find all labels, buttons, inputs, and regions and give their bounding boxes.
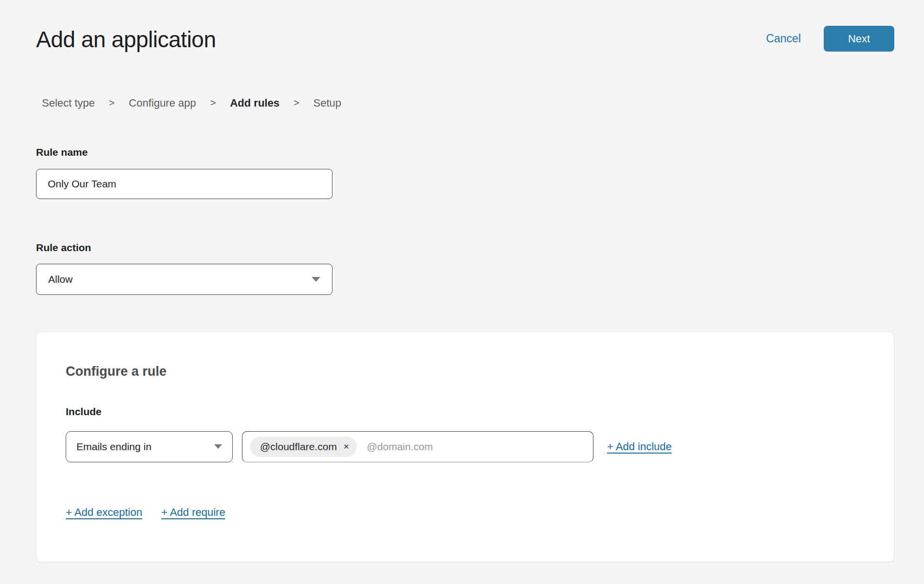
include-selector-value: Emails ending in: [76, 441, 151, 453]
add-application-page: Add an application Cancel Next Select ty…: [0, 0, 924, 584]
chevron-down-icon: [214, 444, 222, 449]
cancel-button[interactable]: Cancel: [766, 32, 801, 45]
breadcrumb-step-add-rules[interactable]: Add rules: [230, 97, 279, 110]
breadcrumb-step-select-type[interactable]: Select type: [42, 97, 95, 110]
breadcrumb-separator: >: [109, 97, 115, 109]
add-include-link[interactable]: + Add include: [607, 440, 672, 453]
rule-name-input[interactable]: [36, 169, 333, 199]
rule-card-title: Configure a rule: [66, 364, 865, 379]
remove-tag-icon[interactable]: ✕: [343, 443, 350, 450]
breadcrumb-step-configure-app[interactable]: Configure app: [129, 97, 196, 110]
next-button[interactable]: Next: [824, 26, 894, 52]
rule-card-actions: + Add exception + Add require: [66, 506, 865, 519]
configure-rule-card: Configure a rule Include Emails ending i…: [36, 331, 894, 562]
email-domain-input[interactable]: [367, 441, 586, 453]
add-exception-link[interactable]: + Add exception: [66, 506, 142, 519]
rule-name-label: Rule name: [36, 146, 894, 158]
include-label: Include: [66, 406, 865, 418]
page-header: Add an application Cancel Next: [36, 25, 894, 52]
breadcrumb-separator: >: [210, 97, 216, 109]
chevron-down-icon: [312, 277, 320, 282]
breadcrumb: Select type > Configure app > Add rules …: [42, 97, 894, 110]
breadcrumb-step-setup[interactable]: Setup: [314, 97, 342, 110]
rule-action-value: Allow: [48, 274, 73, 285]
include-rule-row: Emails ending in @cloudflare.com ✕ + Add…: [66, 431, 865, 462]
rule-action-label: Rule action: [36, 242, 894, 254]
include-selector-select[interactable]: Emails ending in: [66, 431, 233, 462]
breadcrumb-separator: >: [294, 97, 299, 109]
rule-action-select[interactable]: Allow: [36, 264, 333, 295]
add-require-link[interactable]: + Add require: [161, 506, 225, 519]
email-domain-tag: @cloudflare.com ✕: [250, 437, 357, 457]
email-domain-tag-label: @cloudflare.com: [260, 441, 337, 453]
header-actions: Cancel Next: [766, 26, 894, 52]
include-value-tag-input[interactable]: @cloudflare.com ✕: [242, 431, 593, 462]
page-title: Add an application: [36, 27, 216, 52]
